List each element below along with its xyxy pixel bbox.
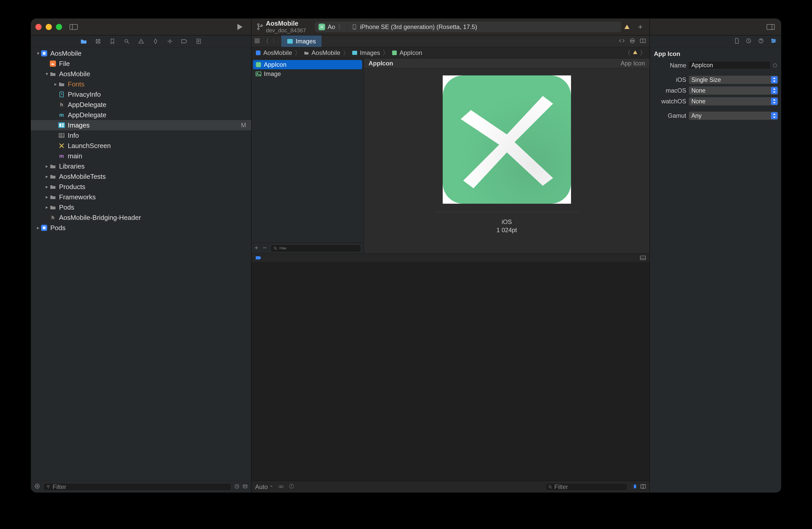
close-window-button[interactable] <box>35 24 42 30</box>
macos-dropdown[interactable]: None <box>689 86 778 95</box>
tree-row[interactable]: ▸Frameworks <box>31 192 251 202</box>
watchos-dropdown[interactable]: None <box>689 97 778 105</box>
console-view-button[interactable] <box>640 483 646 490</box>
path-crumb-group[interactable]: AosMobile <box>303 49 340 56</box>
tree-row[interactable]: PrivacyInfo <box>31 89 251 100</box>
toggle-inspector-button[interactable] <box>766 23 775 31</box>
remove-asset-button[interactable] <box>262 246 267 251</box>
warning-icon[interactable] <box>624 24 630 30</box>
tree-row[interactable]: ImagesM <box>31 120 251 130</box>
navigator-filter-field[interactable]: Filter <box>43 483 231 491</box>
help-inspector-tab[interactable] <box>758 38 764 44</box>
breakpoint-toggle-button[interactable] <box>255 256 262 261</box>
footer-filter-field[interactable]: Filter <box>545 483 627 491</box>
tests-navigator-tab[interactable] <box>152 38 159 45</box>
debug-navigator-tab[interactable] <box>166 38 173 45</box>
tree-row[interactable]: LaunchScreen <box>31 141 251 151</box>
editor-options-button[interactable] <box>629 38 635 44</box>
tree-row[interactable]: hAppDelegate <box>31 100 251 110</box>
scheme-project-block[interactable]: AosMobile dev_doc_84367 <box>255 20 308 34</box>
gamut-dropdown[interactable]: Any <box>689 112 778 120</box>
debug-console-area[interactable] <box>251 263 650 481</box>
svg-rect-40 <box>43 226 46 229</box>
tree-row[interactable]: ▸Libraries <box>31 161 251 171</box>
disclosure-icon[interactable]: ▾ <box>44 71 49 77</box>
related-items-button[interactable] <box>255 38 260 44</box>
name-field[interactable]: AppIcon <box>689 62 770 69</box>
add-tab-button[interactable] <box>637 24 643 30</box>
scheme-selector[interactable]: Ao 〉 <box>315 21 347 32</box>
compare-button[interactable] <box>619 38 625 44</box>
reports-navigator-tab[interactable] <box>195 38 202 45</box>
disclosure-icon[interactable]: ▸ <box>44 174 49 179</box>
disclosure-icon[interactable]: ▸ <box>44 184 49 190</box>
disclosure-icon[interactable]: ▸ <box>44 194 49 200</box>
add-asset-button[interactable] <box>254 246 259 251</box>
visibility-button[interactable] <box>278 483 284 490</box>
tree-row[interactable]: ▸Products <box>31 182 251 192</box>
file-inspector-tab[interactable] <box>735 38 739 45</box>
tree-row[interactable]: Info <box>31 130 251 141</box>
asset-row[interactable]: Image <box>253 69 362 78</box>
auto-layout-label[interactable]: Auto ⌃ <box>255 483 273 490</box>
issues-navigator-tab[interactable] <box>138 38 144 45</box>
tree-item-label: Pods <box>50 224 66 232</box>
tree-row[interactable]: ▸Pods <box>31 223 251 233</box>
project-navigator-tab[interactable] <box>80 38 87 45</box>
tree-row[interactable]: File <box>31 58 251 69</box>
run-button[interactable] <box>234 21 245 32</box>
tree-item-label: AosMobile <box>59 70 90 78</box>
asset-filter-field[interactable]: Filter <box>271 245 361 252</box>
breakpoints-navigator-tab[interactable] <box>181 38 188 45</box>
path-warning-icon[interactable] <box>633 49 638 56</box>
tree-row[interactable]: ▸Fonts <box>31 79 251 89</box>
file-icon <box>58 142 65 149</box>
path-next-button[interactable]: 〉 <box>640 49 646 57</box>
nav-back-button[interactable]: 〈 <box>263 37 269 45</box>
scm-filter-button[interactable] <box>243 483 248 490</box>
asset-canvas: AppIcon App Icon <box>364 58 650 253</box>
icon-image-well[interactable] <box>443 75 571 204</box>
minimize-window-button[interactable] <box>46 24 52 30</box>
find-navigator-tab[interactable] <box>124 38 130 45</box>
path-crumb-asset-catalog[interactable]: Images <box>352 49 380 56</box>
tree-row[interactable]: hAosMobile-Bridging-Header <box>31 212 251 223</box>
console-toggle-button[interactable] <box>640 255 646 261</box>
variables-view-button[interactable] <box>631 483 637 490</box>
tree-row[interactable]: ▸Pods <box>31 202 251 212</box>
destination-selector[interactable]: iPhone SE (3rd generation) (Rosetta, 17.… <box>347 21 621 32</box>
disclosure-icon[interactable]: ▸ <box>35 225 41 231</box>
project-tree[interactable]: ▾AosMobileFile▾AosMobile▸FontsPrivacyInf… <box>31 47 251 481</box>
ios-dropdown[interactable]: Single Size <box>689 76 778 84</box>
toggle-navigator-button[interactable] <box>69 23 78 31</box>
zoom-window-button[interactable] <box>56 24 62 30</box>
tree-row[interactable]: mmain <box>31 151 251 161</box>
tree-row[interactable]: mAppDelegate <box>31 110 251 120</box>
svg-rect-30 <box>59 123 61 127</box>
name-reset-button[interactable] <box>772 62 778 69</box>
tree-row[interactable]: ▸AosMobileTests <box>31 171 251 182</box>
attributes-inspector-tab[interactable] <box>770 38 777 44</box>
path-prev-button[interactable]: 〈 <box>624 49 630 57</box>
tab-images[interactable]: Images <box>281 35 322 47</box>
svg-rect-83 <box>632 484 634 488</box>
svg-rect-51 <box>255 39 257 40</box>
history-inspector-tab[interactable] <box>746 38 751 44</box>
info-button[interactable] <box>289 483 294 490</box>
disclosure-icon[interactable]: ▾ <box>35 50 41 56</box>
source-control-navigator-tab[interactable] <box>95 38 101 45</box>
svg-point-17 <box>125 39 128 42</box>
path-crumb-project[interactable]: AosMobile <box>255 49 292 56</box>
path-crumb-asset[interactable]: AppIcon <box>391 49 422 56</box>
nav-forward-button[interactable]: 〉 <box>272 37 278 45</box>
asset-row[interactable]: AppIcon <box>253 60 362 69</box>
add-file-button[interactable] <box>34 483 40 490</box>
tree-row[interactable]: ▾AosMobile <box>31 69 251 79</box>
disclosure-icon[interactable]: ▸ <box>44 204 49 210</box>
tree-row[interactable]: ▾AosMobile <box>31 48 251 58</box>
add-editor-button[interactable] <box>640 38 646 44</box>
recent-files-filter-button[interactable] <box>234 483 240 490</box>
bookmarks-navigator-tab[interactable] <box>109 38 116 45</box>
disclosure-icon[interactable]: ▸ <box>53 81 58 87</box>
disclosure-icon[interactable]: ▸ <box>44 163 49 169</box>
